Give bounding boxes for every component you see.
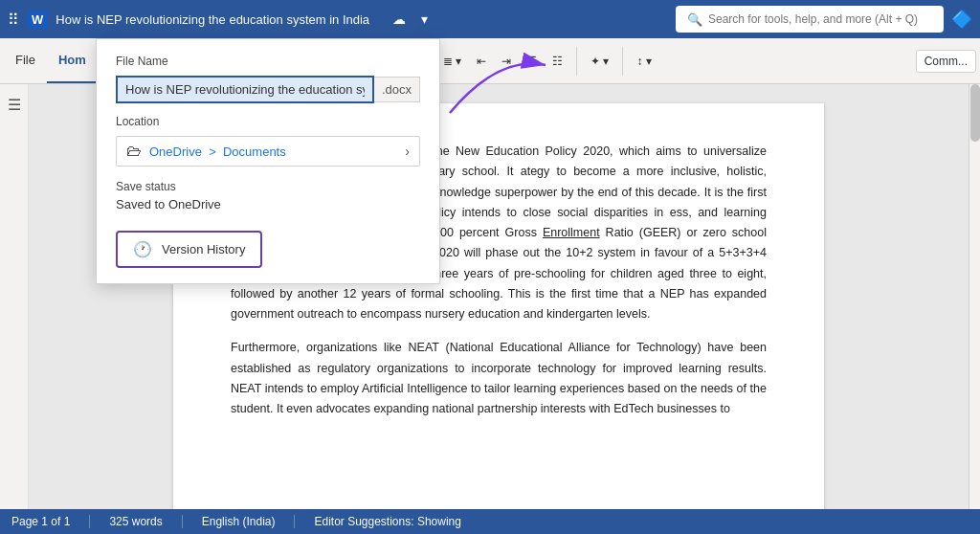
location-chevron-icon[interactable]: › — [405, 144, 410, 159]
left-sidebar: ☰ — [0, 84, 29, 509]
folder-icon: 🗁 — [126, 143, 142, 160]
status-separator-3 — [294, 515, 295, 528]
location-section: Location 🗁 OneDrive > Documents › — [97, 115, 439, 180]
ribbon-right: Comm... — [916, 38, 976, 83]
version-history-button[interactable]: 🕐 Version History — [116, 231, 262, 268]
word-logo: W — [27, 11, 48, 29]
save-status-value: Saved to OneDrive — [116, 197, 420, 211]
status-separator-1 — [89, 515, 90, 528]
title-bar: ⠿ W How is NEP revolutionizing the educa… — [0, 0, 980, 38]
save-status-label: Save status — [116, 180, 420, 193]
ribbon-separator-4 — [622, 47, 623, 76]
cloud-save-icon[interactable]: ☁ — [389, 10, 410, 29]
history-icon: 🕐 — [133, 240, 152, 258]
comment-button[interactable]: Comm... — [916, 50, 976, 73]
word-count[interactable]: 325 words — [109, 515, 162, 528]
location-label: Location — [116, 115, 420, 128]
status-bar: Page 1 of 1 325 words English (India) Ed… — [0, 509, 980, 534]
file-name-section: File Name .docx — [97, 39, 439, 115]
version-history-label: Version History — [162, 242, 245, 256]
paragraph-2: Furthermore, organizations like NEAT (Na… — [231, 338, 767, 419]
decrease-indent-button[interactable]: ⇤ — [471, 51, 492, 72]
tab-file[interactable]: File — [4, 38, 47, 83]
location-row[interactable]: 🗁 OneDrive > Documents › — [116, 136, 420, 167]
justify-button[interactable]: ☷ — [546, 51, 568, 72]
title-bar-left: ⠿ W How is NEP revolutionizing the educa… — [8, 10, 668, 29]
increase-indent-button[interactable]: ⇥ — [496, 51, 517, 72]
ribbon-separator-3 — [576, 47, 577, 76]
tab-home[interactable]: Hom — [47, 38, 98, 83]
search-input[interactable] — [708, 12, 932, 26]
onedrive-link[interactable]: OneDrive — [149, 145, 202, 159]
text-effects-button[interactable]: ✦ ▾ — [585, 51, 614, 72]
dropdown-panel: File Name .docx Location 🗁 OneDrive > Do… — [96, 38, 440, 284]
page-info[interactable]: Page 1 of 1 — [11, 515, 70, 528]
language[interactable]: English (India) — [202, 515, 276, 528]
app-grid-icon[interactable]: ⠿ — [8, 11, 19, 29]
file-name-input[interactable] — [116, 76, 374, 103]
search-icon: 🔍 — [687, 12, 702, 27]
editor-status[interactable]: Editor Suggestions: Showing — [314, 515, 460, 528]
right-scrollbar[interactable] — [969, 84, 980, 509]
search-bar[interactable]: 🔍 — [676, 6, 944, 33]
document-title: How is NEP revolutionizing the education… — [56, 12, 381, 27]
line-spacing-button[interactable]: ↕ ▾ — [631, 51, 657, 72]
align-left-button[interactable]: ☰ — [521, 51, 543, 72]
location-path[interactable]: OneDrive > Documents — [149, 145, 286, 159]
enrollment-underline: Enrollment — [543, 226, 600, 239]
profile-icon[interactable]: 🔷 — [951, 9, 972, 30]
scrollbar-thumb[interactable] — [970, 84, 980, 142]
save-status-section: Save status Saved to OneDrive — [97, 180, 439, 225]
dropdown-arrow-icon[interactable]: ▾ — [417, 10, 432, 29]
file-extension: .docx — [374, 77, 420, 102]
title-bar-right: 🔷 — [951, 9, 972, 30]
version-history-section: 🕐 Version History — [97, 225, 439, 283]
file-name-row: .docx — [116, 76, 420, 103]
documents-link[interactable]: Documents — [223, 145, 286, 159]
numbering-button[interactable]: ≣ ▾ — [437, 51, 467, 72]
file-name-label: File Name — [116, 55, 420, 68]
navigation-panel-icon[interactable]: ☰ — [4, 92, 25, 118]
status-separator-2 — [182, 515, 183, 528]
